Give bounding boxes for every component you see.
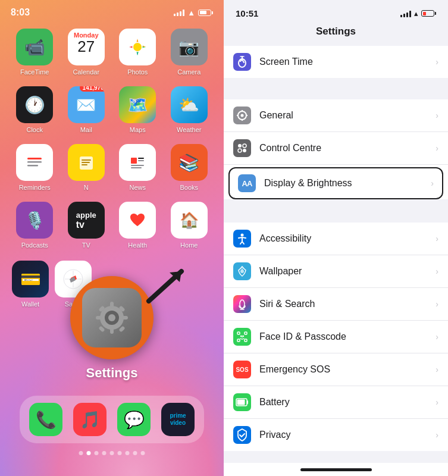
page-dots [79, 451, 145, 455]
display-icon: AA [238, 174, 256, 192]
battery-chevron: › [436, 397, 438, 407]
reminders-icon [16, 144, 53, 181]
settings-item-screentime[interactable]: Screen Time › [224, 46, 448, 78]
siri-label: Siri & Search [259, 299, 436, 309]
gap-2 [224, 202, 448, 223]
dot-5 [110, 451, 114, 455]
health-icon [119, 202, 156, 239]
settings-item-siri[interactable]: Siri & Search › [224, 288, 448, 321]
section-features-group: Accessibility › Wallpaper › [224, 223, 448, 451]
svg-point-42 [238, 149, 242, 152]
app-maps[interactable]: 🗺️ Maps [115, 86, 161, 133]
dock-music[interactable]: 🎵 [73, 403, 106, 436]
app-calendar[interactable]: Monday 27 Calendar [64, 29, 109, 76]
accessibility-chevron: › [436, 234, 438, 243]
arrow-annotation [137, 259, 190, 309]
settings-item-privacy[interactable]: Privacy › [224, 419, 448, 451]
status-bar-right: 10:51 ▴ [224, 0, 448, 23]
svg-rect-51 [237, 339, 240, 342]
app-reminders[interactable]: Reminders [12, 144, 58, 191]
dock-prime[interactable]: primevideo [161, 403, 195, 436]
screentime-icon [233, 53, 251, 71]
phone-icon: 📞 [29, 403, 62, 436]
screentime-label: Screen Time [259, 57, 436, 67]
svg-rect-3 [27, 165, 38, 167]
settings-item-accessibility[interactable]: Accessibility › [224, 223, 448, 255]
faceid-label: Face ID & Passcode [259, 331, 436, 342]
app-books[interactable]: 📚 Books [167, 144, 212, 191]
maps-icon: 🗺️ [119, 86, 156, 123]
settings-item-display[interactable]: AA Display & Brightness › [228, 167, 443, 199]
svg-rect-7 [82, 164, 87, 165]
home-bar [300, 468, 372, 471]
health-label: Health [128, 242, 147, 249]
settings-page-title: Settings [224, 23, 448, 46]
app-weather[interactable]: ⛅ Weather [167, 86, 212, 133]
siri-icon [233, 295, 251, 313]
settings-item-faceid[interactable]: Face ID & Passcode › [224, 321, 448, 353]
app-home[interactable]: 🏠 Home [167, 202, 212, 249]
settings-overlay-label: Settings [86, 365, 138, 381]
app-photos[interactable]: Photos [115, 29, 161, 76]
camera-label: Camera [177, 68, 200, 76]
general-label: General [259, 110, 436, 121]
faceid-chevron: › [436, 332, 438, 342]
sos-label: Emergency SOS [259, 364, 436, 375]
app-notes[interactable]: N [64, 144, 109, 191]
general-chevron: › [436, 111, 438, 120]
app-camera[interactable]: 📷 Camera [167, 29, 212, 76]
dock-whatsapp[interactable]: 💬 [117, 403, 151, 436]
app-wallet[interactable]: 💳 Wallet [12, 261, 49, 308]
svg-rect-23 [110, 328, 114, 334]
app-podcasts[interactable]: 🎙️ Podcasts [12, 202, 58, 249]
dot-2 [87, 451, 91, 455]
app-clock[interactable]: 🕐 Clock [12, 86, 58, 133]
wallet-icon: 💳 [12, 261, 49, 298]
home-label: Home [180, 242, 198, 249]
settings-item-sos[interactable]: SOS Emergency SOS › [224, 353, 448, 386]
battery-right [421, 10, 436, 17]
gear-icon [91, 297, 133, 339]
facetime-label: FaceTime [20, 68, 49, 76]
calendar-label: Calendar [73, 68, 99, 76]
app-news[interactable]: News [115, 144, 161, 191]
general-icon [233, 107, 251, 124]
weather-icon: ⛅ [171, 86, 208, 123]
control-chevron: › [436, 143, 438, 153]
app-mail[interactable]: ✉️ 141,976 Mail [64, 86, 109, 133]
clock-label: Clock [26, 126, 43, 133]
time-right: 10:51 [236, 8, 258, 18]
calendar-date: 27 [77, 39, 95, 54]
camera-icon: 📷 [171, 29, 208, 65]
control-icon [233, 139, 251, 157]
svg-rect-22 [110, 302, 114, 308]
svg-rect-58 [237, 400, 245, 405]
svg-point-46 [240, 300, 245, 308]
battery-icon [233, 393, 251, 411]
app-health[interactable]: Health [115, 202, 161, 249]
app-facetime[interactable]: 📹 FaceTime [12, 29, 58, 76]
app-tv[interactable]: appletv TV [64, 202, 109, 249]
dock-phone[interactable]: 📞 [29, 403, 62, 436]
settings-item-wallpaper[interactable]: Wallpaper › [224, 255, 448, 288]
calendar-icon: Monday 27 [68, 29, 105, 65]
settings-item-general[interactable]: General › [224, 99, 448, 132]
mail-icon: ✉️ 141,976 [68, 86, 105, 123]
settings-item-control[interactable]: Control Centre › [224, 132, 448, 165]
prime-icon: primevideo [161, 403, 195, 436]
svg-point-40 [238, 144, 242, 148]
wifi-icon-left: ▲ [187, 8, 195, 17]
svg-point-35 [241, 114, 244, 117]
svg-rect-10 [138, 160, 144, 161]
podcasts-label: Podcasts [21, 242, 48, 249]
home-indicator [224, 463, 448, 476]
settings-item-battery[interactable]: Battery › [224, 386, 448, 419]
settings-screen: 10:51 ▴ Settings [224, 0, 448, 476]
music-icon: 🎵 [73, 403, 106, 436]
svg-point-45 [240, 270, 244, 273]
accessibility-icon [233, 230, 251, 248]
svg-point-0 [133, 43, 142, 51]
home-screen: 8:03 ▲ 📹 FaceTime [0, 0, 224, 476]
battery-label: Battery [259, 397, 436, 408]
svg-point-43 [243, 149, 246, 152]
